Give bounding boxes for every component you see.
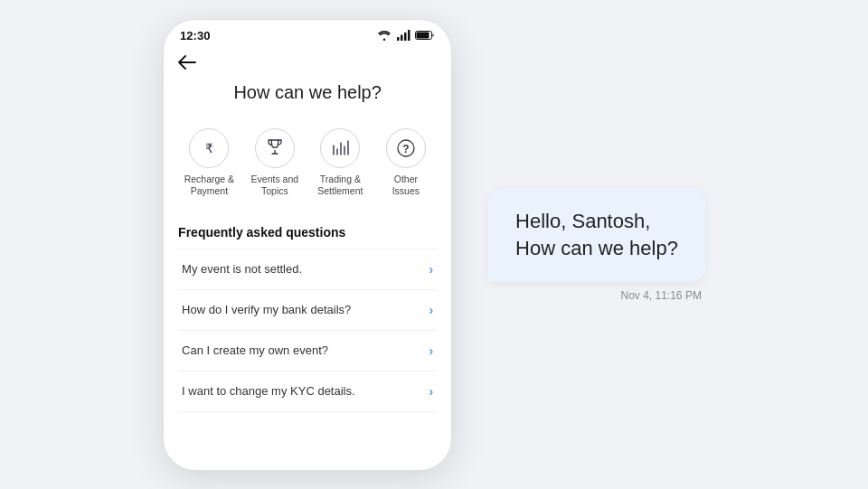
faq-chevron-4: › xyxy=(429,384,433,399)
scene: 12:30 xyxy=(0,0,868,489)
category-trading-label: Trading &Settlement xyxy=(317,174,363,198)
rupee-icon: ₹ xyxy=(189,128,229,168)
phone-content: How can we help? ₹ Recharge &Payment xyxy=(164,48,451,470)
faq-text-2: How do I verify my bank details? xyxy=(182,303,351,316)
category-other[interactable]: ? OtherIssues xyxy=(375,119,438,207)
category-events-label: Events andTopics xyxy=(251,174,299,198)
back-button[interactable] xyxy=(178,48,205,73)
svg-text:?: ? xyxy=(402,142,409,155)
chat-bubble: Hello, Santosh, How can we help? xyxy=(488,188,705,282)
chat-panel: Hello, Santosh, How can we help? Nov 4, … xyxy=(488,188,705,302)
faq-text-3: Can I create my own event? xyxy=(182,343,328,357)
status-icons xyxy=(377,30,435,41)
category-recharge[interactable]: ₹ Recharge &Payment xyxy=(178,119,241,207)
faq-chevron-2: › xyxy=(429,303,433,317)
faq-text-4: I want to change my KYC details. xyxy=(182,384,354,398)
trophy-icon xyxy=(255,128,295,168)
category-events[interactable]: Events andTopics xyxy=(244,119,307,207)
svg-rect-0 xyxy=(397,37,400,41)
svg-rect-2 xyxy=(404,33,407,41)
wifi-icon xyxy=(377,30,392,41)
faq-item-2[interactable]: How do I verify my bank details? › xyxy=(178,290,437,331)
question-icon: ? xyxy=(386,128,426,168)
faq-list: My event is not settled. › How do I veri… xyxy=(178,249,437,412)
phone-frame: 12:30 xyxy=(163,19,452,471)
page-title: How can we help? xyxy=(178,82,437,103)
faq-item-3[interactable]: Can I create my own event? › xyxy=(178,331,437,371)
svg-rect-1 xyxy=(401,35,403,42)
category-recharge-label: Recharge &Payment xyxy=(184,174,234,198)
svg-text:₹: ₹ xyxy=(205,141,213,155)
faq-item-4[interactable]: I want to change my KYC details. › xyxy=(178,371,437,412)
status-time: 12:30 xyxy=(180,29,210,42)
category-other-label: OtherIssues xyxy=(392,174,420,198)
svg-rect-3 xyxy=(408,30,410,41)
faq-chevron-3: › xyxy=(429,343,433,358)
category-trading[interactable]: Trading &Settlement xyxy=(309,119,372,207)
faq-title: Frequently asked questions xyxy=(178,225,437,240)
chart-icon xyxy=(320,128,360,168)
category-grid: ₹ Recharge &Payment xyxy=(178,119,437,207)
battery-icon xyxy=(415,30,435,41)
faq-text-1: My event is not settled. xyxy=(182,262,302,276)
chat-subtext: How can we help? xyxy=(515,237,678,260)
signal-icon xyxy=(396,30,410,41)
svg-rect-5 xyxy=(417,33,429,39)
faq-item-1[interactable]: My event is not settled. › xyxy=(178,249,437,290)
chat-timestamp: Nov 4, 11:16 PM xyxy=(621,289,702,302)
status-bar: 12:30 xyxy=(164,20,451,48)
faq-chevron-1: › xyxy=(429,262,433,277)
chat-greeting: Hello, Santosh, xyxy=(515,210,678,233)
